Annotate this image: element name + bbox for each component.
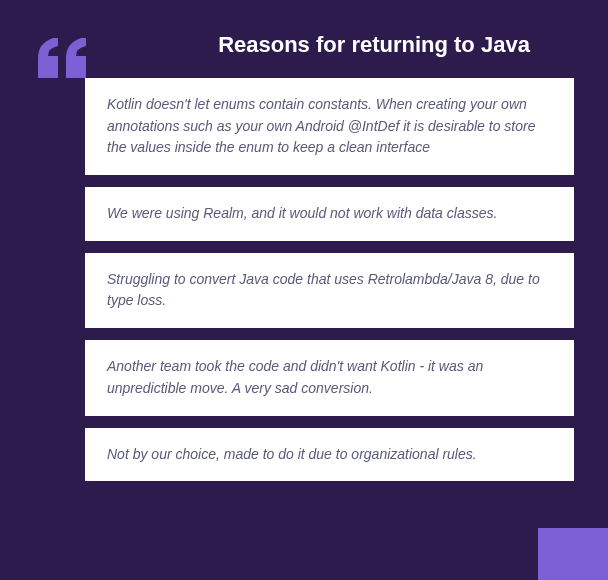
quote-card: Kotlin doesn't let enums contain constan… <box>85 78 574 175</box>
decorative-corner <box>538 528 608 580</box>
slide-container: Reasons for returning to Java Kotlin doe… <box>0 0 608 580</box>
quote-card: Struggling to convert Java code that use… <box>85 253 574 328</box>
quote-card: We were using Realm, and it would not wo… <box>85 187 574 241</box>
quote-list: Kotlin doesn't let enums contain constan… <box>0 78 608 481</box>
quote-card: Another team took the code and didn't wa… <box>85 340 574 415</box>
slide-title: Reasons for returning to Java <box>0 0 608 58</box>
quote-card: Not by our choice, made to do it due to … <box>85 428 574 482</box>
quote-icon <box>38 38 88 82</box>
